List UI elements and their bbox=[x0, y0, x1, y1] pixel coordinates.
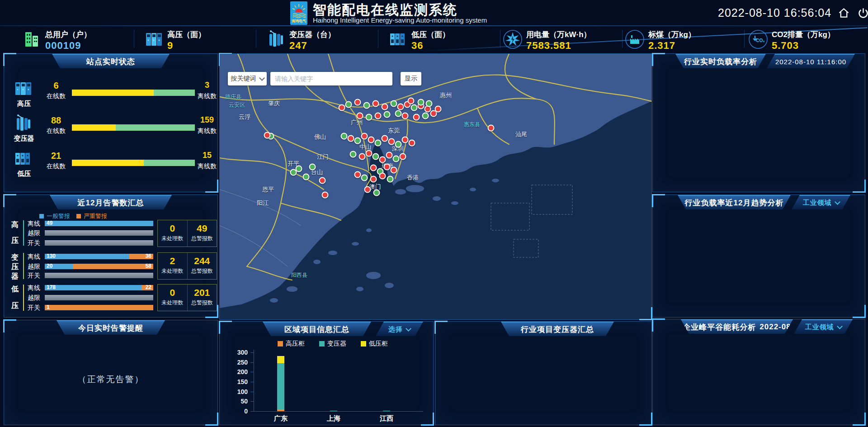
station-marker-ok[interactable] bbox=[373, 153, 379, 160]
station-marker-ok[interactable] bbox=[387, 176, 394, 183]
station-marker-alarm[interactable] bbox=[359, 153, 366, 160]
station-marker-ok[interactable] bbox=[384, 111, 391, 118]
station-marker-ok[interactable] bbox=[422, 113, 429, 119]
home-icon[interactable] bbox=[838, 7, 850, 19]
station-marker-alarm[interactable] bbox=[366, 150, 373, 157]
guangdong-map[interactable] bbox=[220, 54, 651, 319]
station-marker-ok[interactable] bbox=[361, 175, 368, 181]
station-marker-alarm[interactable] bbox=[264, 132, 271, 139]
station-marker-alarm[interactable] bbox=[488, 125, 495, 132]
lv-cabinet-icon bbox=[388, 29, 408, 49]
station-marker-ok[interactable] bbox=[391, 100, 397, 107]
station-marker-alarm[interactable] bbox=[397, 104, 404, 110]
station-marker-alarm[interactable] bbox=[370, 165, 377, 171]
station-marker-ok[interactable] bbox=[373, 190, 380, 196]
station-marker-ok[interactable] bbox=[375, 140, 382, 147]
station-marker-alarm[interactable] bbox=[435, 106, 442, 113]
station-marker-alarm[interactable] bbox=[364, 186, 371, 193]
trend-industry-dropdown[interactable]: 工业领域 bbox=[792, 195, 850, 209]
station-marker-ok[interactable] bbox=[350, 151, 357, 158]
station-marker-ok[interactable] bbox=[366, 114, 373, 121]
offline-count: 3 bbox=[198, 81, 217, 90]
region-legend-item[interactable]: 高压柜 bbox=[278, 340, 305, 348]
search-show-button[interactable]: 显示 bbox=[401, 72, 421, 85]
station-marker-alarm[interactable] bbox=[386, 152, 393, 159]
station-marker-ok[interactable] bbox=[341, 133, 348, 140]
online-label: 在线数 bbox=[42, 92, 70, 100]
search-input[interactable] bbox=[270, 72, 392, 85]
station-marker-alarm[interactable] bbox=[400, 153, 406, 160]
station-marker-alarm[interactable] bbox=[370, 176, 377, 183]
map-panel[interactable]: 清远肇庆德庆县云安区云浮广州佛山东莞惠州惠东县汕尾深圳香港中山珠海澳门江门开平台… bbox=[219, 53, 652, 320]
station-marker-alarm[interactable] bbox=[361, 133, 368, 140]
station-marker-ok[interactable] bbox=[354, 138, 361, 144]
station-marker-alarm[interactable] bbox=[409, 140, 415, 147]
station-marker-alarm[interactable] bbox=[413, 114, 420, 121]
station-marker-ok[interactable] bbox=[363, 102, 370, 109]
station-marker-ok[interactable] bbox=[418, 99, 425, 106]
station-marker-alarm[interactable] bbox=[379, 173, 386, 180]
station-marker-ok[interactable] bbox=[309, 164, 316, 171]
station-marker-alarm[interactable] bbox=[373, 100, 379, 107]
station-marker-ok[interactable] bbox=[303, 174, 310, 180]
station-marker-alarm[interactable] bbox=[391, 167, 397, 174]
station-marker-alarm[interactable] bbox=[339, 104, 345, 111]
station-marker-ok[interactable] bbox=[345, 101, 352, 108]
region-legend-item[interactable]: 低压柜 bbox=[361, 340, 388, 348]
station-marker-alarm[interactable] bbox=[348, 135, 354, 142]
y-tick bbox=[250, 372, 254, 372]
station-marker-ok[interactable] bbox=[411, 104, 418, 111]
total-count: 201 bbox=[188, 287, 217, 298]
online-offline-bar bbox=[72, 160, 195, 166]
alarm-legend-item[interactable]: 一般警报 bbox=[39, 212, 70, 220]
station-marker-alarm[interactable] bbox=[382, 104, 388, 110]
station-marker-alarm[interactable] bbox=[375, 113, 382, 119]
region-select[interactable]: 选择 bbox=[376, 322, 423, 336]
online-bar-segment bbox=[72, 90, 154, 96]
station-marker-ok[interactable] bbox=[395, 141, 402, 148]
legend-swatch bbox=[76, 214, 81, 218]
station-marker-ok[interactable] bbox=[426, 100, 433, 107]
panel-title: 企业峰平谷能耗分析2022-08 bbox=[681, 319, 793, 334]
power-icon[interactable] bbox=[857, 7, 868, 19]
offline-count: 15 bbox=[198, 151, 217, 160]
region-legend-item[interactable]: 变压器 bbox=[319, 340, 346, 348]
energy-industry-dropdown[interactable]: 工业领域 bbox=[794, 319, 853, 334]
station-marker-ok[interactable] bbox=[290, 169, 297, 176]
station-marker-alarm[interactable] bbox=[322, 192, 329, 199]
offline-label: 离线数 bbox=[194, 162, 220, 171]
station-marker-alarm[interactable] bbox=[384, 164, 391, 171]
station-marker-ok[interactable] bbox=[395, 110, 402, 117]
station-marker-alarm[interactable] bbox=[408, 98, 415, 104]
offline-bar-segment bbox=[154, 90, 195, 96]
region-bar-segment bbox=[277, 363, 284, 409]
station-marker-alarm[interactable] bbox=[388, 138, 395, 145]
no-alarm-text: （正常无告警） bbox=[4, 374, 217, 385]
station-marker-alarm[interactable] bbox=[368, 137, 375, 143]
kpi-value: 247 bbox=[289, 40, 307, 52]
alarm-legend-item[interactable]: 严重警报 bbox=[76, 212, 107, 220]
station-marker-alarm[interactable] bbox=[319, 177, 326, 184]
region-category-label: 上海 bbox=[327, 414, 340, 423]
station-marker-ok[interactable] bbox=[393, 156, 400, 162]
offline-bar-segment bbox=[144, 160, 195, 166]
site-status-row: 低压21在线数15离线数 bbox=[4, 149, 217, 181]
y-tick bbox=[250, 362, 254, 363]
alarm-bar: 1 bbox=[45, 305, 153, 310]
transformer-icon bbox=[13, 114, 33, 133]
station-marker-alarm[interactable] bbox=[402, 137, 409, 143]
panel-alarm-summary: 近12月告警数汇总 一般警报严重警报高压离线49越限开关0未处理数49总警报数变… bbox=[4, 195, 218, 318]
station-marker-alarm[interactable] bbox=[402, 113, 409, 119]
coal-icon bbox=[625, 29, 645, 49]
station-marker-alarm[interactable] bbox=[354, 99, 361, 106]
search-type-dropdown[interactable]: 按关键词 bbox=[228, 72, 267, 85]
kpi-label: 标煤（万kg） bbox=[648, 29, 696, 40]
region-bar-segment bbox=[330, 411, 337, 411]
station-marker-alarm[interactable] bbox=[357, 113, 363, 119]
alarm-group-line bbox=[23, 220, 24, 246]
y-tick-label: 300 bbox=[228, 349, 248, 356]
alarm-count-box: 0未处理数201总警报数 bbox=[157, 284, 217, 311]
station-marker-alarm[interactable] bbox=[382, 135, 388, 142]
station-marker-alarm[interactable] bbox=[379, 157, 386, 163]
station-marker-alarm[interactable] bbox=[354, 171, 361, 178]
